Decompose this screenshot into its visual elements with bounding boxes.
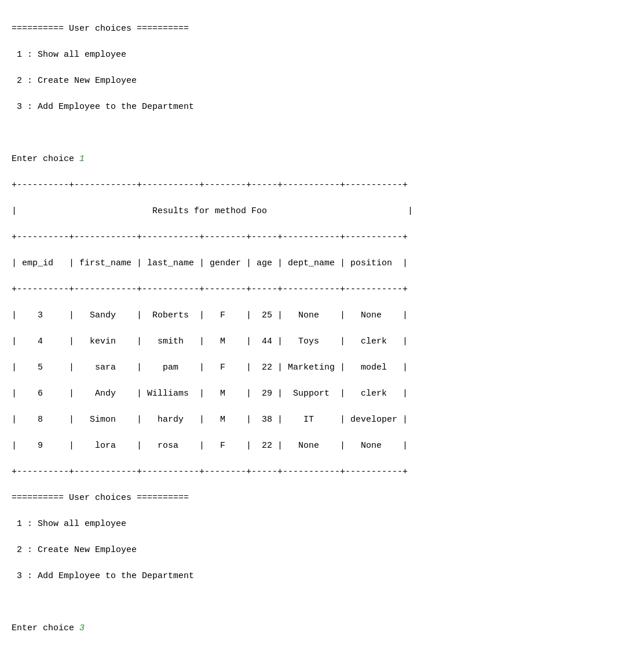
section1-item2: 2 : Create New Employee bbox=[12, 76, 137, 86]
enter-choice-1-label: Enter choice bbox=[12, 154, 79, 164]
table-row-4: | 6 | Andy | Williams | M | 29 | Support… bbox=[12, 389, 408, 399]
results-table: +----------+------------+-----------+---… bbox=[12, 166, 632, 478]
table-header-row: | emp_id | first_name | last_name | gend… bbox=[12, 258, 408, 268]
enter-choice-3-label: Enter choice bbox=[12, 623, 79, 633]
section1-item3: 3 : Add Employee to the Department bbox=[12, 102, 194, 112]
enter-choice-3-value: 3 bbox=[79, 623, 85, 633]
section2-item3: 3 : Add Employee to the Department bbox=[12, 571, 194, 581]
section2-header: ========== User choices ========== bbox=[12, 493, 189, 503]
terminal-output: ========== User choices ========== 1 : S… bbox=[12, 9, 632, 166]
section1-item1: 1 : Show all employee bbox=[12, 50, 126, 60]
table-header-border: +----------+------------+-----------+---… bbox=[12, 232, 408, 242]
table-row-6: | 9 | lora | rosa | F | 22 | None | None… bbox=[12, 441, 408, 451]
table-data-border: +----------+------------+-----------+---… bbox=[12, 284, 408, 294]
table-title-row: | Results for method Foo | bbox=[12, 206, 413, 216]
enter-choice-1-value: 1 bbox=[79, 154, 85, 164]
table-row-2: | 4 | kevin | smith | M | 44 | Toys | cl… bbox=[12, 337, 408, 346]
table-row-5: | 8 | Simon | hardy | M | 38 | IT | deve… bbox=[12, 415, 408, 425]
table-top-border: +----------+------------+-----------+---… bbox=[12, 180, 408, 190]
table-row-3: | 5 | sara | pam | F | 22 | Marketing | … bbox=[12, 363, 408, 372]
table-row-1: | 3 | Sandy | Roberts | F | 25 | None | … bbox=[12, 310, 408, 320]
section2-item1: 1 : Show all employee bbox=[12, 519, 126, 529]
table-bottom-border: +----------+------------+-----------+---… bbox=[12, 467, 408, 477]
section2-item2: 2 : Create New Employee bbox=[12, 545, 137, 555]
terminal-output-2: ========== User choices ========== 1 : S… bbox=[12, 478, 632, 665]
section1-header: ========== User choices ========== bbox=[12, 24, 189, 34]
